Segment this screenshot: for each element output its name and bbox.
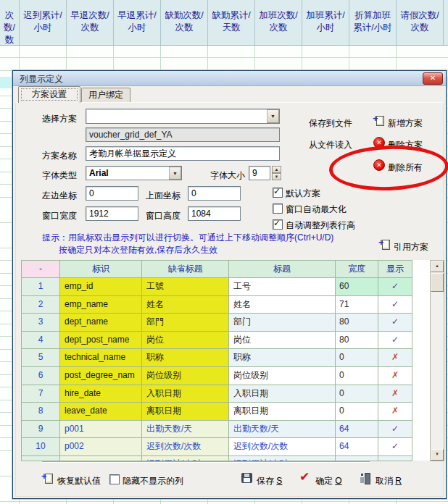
row-width[interactable]: 64 xyxy=(336,438,378,456)
row-title[interactable]: 出勤天数/天 xyxy=(229,421,336,439)
tab-user-binding[interactable]: 用户绑定 xyxy=(81,88,130,103)
cancel-key: R xyxy=(395,476,402,486)
scrollbar-thumb[interactable] xyxy=(431,273,444,292)
select-scheme-label: 选择方案 xyxy=(42,113,77,125)
left-coord-input[interactable] xyxy=(86,186,138,201)
row-display-cell[interactable]: ✓ xyxy=(378,314,412,332)
top-coord-input[interactable] xyxy=(188,186,241,201)
row-width[interactable]: 64 xyxy=(336,421,378,439)
checkbox-hide-columns[interactable] xyxy=(109,474,120,484)
table-vertical-scrollbar[interactable]: ▲ ▼ xyxy=(430,260,444,461)
checkbox-auto-maximize-label: 窗口自动最大化 xyxy=(286,203,347,216)
row-title[interactable]: 离职日期 xyxy=(229,403,336,421)
row-width[interactable]: 71 xyxy=(336,296,378,314)
save-button[interactable]: 保存 S xyxy=(257,475,282,487)
row-default-title: 工號 xyxy=(142,278,229,296)
display-mark-icon: ✓ xyxy=(391,281,399,291)
table-row[interactable]: 6 post_degree_nam 岗位级别 岗位级别 0 ✗ xyxy=(22,367,412,385)
row-title[interactable]: 部门 xyxy=(229,314,336,332)
new-scheme-icon: + xyxy=(373,115,384,126)
hint-line1: 提示：用鼠标双击显示列可以进行切换。可通过上下移动调整顺序(Ctrl+U/D) xyxy=(42,232,333,244)
row-index: 1 xyxy=(22,278,60,296)
table-row[interactable]: 4 dept_post_name 岗位 岗位 80 ✓ xyxy=(22,332,412,350)
col-header-default-title: 缺省标题 xyxy=(142,261,229,278)
row-display-cell[interactable]: ✗ xyxy=(378,403,412,421)
row-display-cell[interactable]: ✓ xyxy=(378,421,412,439)
font-size-spinner[interactable]: ▲▼ xyxy=(272,166,281,180)
col-header-index: - xyxy=(22,261,60,278)
select-scheme-combobox[interactable] xyxy=(86,109,280,124)
read-from-file-button[interactable]: 从文件读入 xyxy=(309,139,352,151)
scroll-down-icon[interactable]: ▼ xyxy=(431,449,444,461)
quote-scheme-button[interactable]: 引用方案 xyxy=(394,241,428,253)
save-to-file-button[interactable]: 保存到文件 xyxy=(309,117,352,130)
table-row[interactable]: 1 emp_id 工號 工号 60 ✓ xyxy=(22,278,412,296)
table-row[interactable]: 9 p001 出勤天数/天 出勤天数/天 64 ✓ xyxy=(22,421,412,439)
left-coord-label: 左边坐标 xyxy=(42,190,77,202)
row-display-cell[interactable]: ✗ xyxy=(378,385,412,403)
row-display-cell[interactable]: ✓ xyxy=(378,278,412,296)
close-button[interactable]: ✕ xyxy=(423,72,443,85)
row-title[interactable]: 岗位 xyxy=(229,332,336,350)
delete-all-button[interactable]: 删除所有 xyxy=(388,161,423,174)
row-title[interactable]: 岗位级别 xyxy=(229,367,336,385)
font-type-combobox[interactable] xyxy=(86,166,182,180)
font-size-label: 字体大小 xyxy=(210,169,245,182)
table-row[interactable]: 10 p002 迟到次数/次数 迟到次数/次数 64 ✓ xyxy=(22,438,412,456)
checkbox-default-scheme[interactable]: ✓ xyxy=(273,188,283,198)
row-display-cell[interactable]: ✓ xyxy=(378,438,412,456)
table-row[interactable]: 2 emp_name 姓名 姓名 71 ✓ xyxy=(22,296,412,314)
row-title[interactable]: 职称 xyxy=(229,349,336,367)
table-row-partial[interactable]: 迟到累计/小时 迟到累计/小时 ✓ xyxy=(22,456,412,461)
row-width[interactable]: 80 xyxy=(336,314,378,332)
new-scheme-button[interactable]: 新增方案 xyxy=(388,117,423,130)
row-display-cell[interactable]: ✗ xyxy=(378,367,412,385)
row-id: emp_name xyxy=(60,296,142,314)
table-row[interactable]: 3 dept_name 部門 部门 80 ✓ xyxy=(22,314,412,332)
delete-scheme-button[interactable]: 删除方案 xyxy=(388,139,423,151)
row-display-cell[interactable]: ✓ xyxy=(378,296,412,314)
cancel-exit-icon xyxy=(360,473,371,484)
scheme-name-input[interactable] xyxy=(86,146,280,161)
row-id: emp_id xyxy=(60,278,142,296)
checkbox-auto-maximize[interactable] xyxy=(273,203,283,214)
window-width-input[interactable] xyxy=(86,206,138,221)
row-width[interactable]: 80 xyxy=(336,332,378,350)
tab-scheme-settings[interactable]: 方案设置 xyxy=(18,86,80,103)
table-row[interactable]: 8 leave_date 离职日期 离职日期 0 ✗ xyxy=(22,403,412,421)
check-icon: ✓ xyxy=(273,186,281,196)
display-mark-icon: ✗ xyxy=(391,406,399,416)
table-row[interactable]: 7 hire_date 入职日期 入职日期 0 ✗ xyxy=(22,385,412,403)
display-mark-icon: ✓ xyxy=(391,299,399,309)
row-title[interactable]: 工号 xyxy=(229,278,336,296)
spinner-up-icon[interactable]: ▲ xyxy=(272,166,281,173)
chevron-down-icon[interactable]: ▼ xyxy=(169,167,181,180)
table-row[interactable]: 5 technical_name 职称 职称 0 ✗ xyxy=(22,349,412,367)
row-display-cell[interactable]: ✓ xyxy=(378,332,412,350)
restore-default-button[interactable]: 恢复默认值 xyxy=(57,475,101,487)
row-title[interactable]: 入职日期 xyxy=(229,385,336,403)
cancel-button[interactable]: 取消 R xyxy=(376,475,402,487)
chevron-down-icon[interactable]: ▼ xyxy=(267,109,279,123)
row-width[interactable]: 0 xyxy=(336,385,378,403)
checkbox-auto-rowheight[interactable]: ✓ xyxy=(273,219,283,230)
row-width[interactable]: 0 xyxy=(336,403,378,421)
dialog-title: 列显示定义 xyxy=(20,73,63,85)
dialog-titlebar[interactable]: 列显示定义 ✕ xyxy=(13,71,446,86)
font-size-input[interactable] xyxy=(249,166,270,180)
row-title[interactable]: 姓名 xyxy=(229,296,336,314)
row-width[interactable]: 60 xyxy=(336,278,378,296)
delete-scheme-icon: ✕ xyxy=(373,137,385,148)
row-width[interactable]: 0 xyxy=(336,349,378,367)
bg-column-header: 请 xyxy=(444,0,448,45)
display-mark-icon: ✗ xyxy=(391,370,399,380)
row-width[interactable]: 0 xyxy=(336,367,378,385)
spinner-down-icon[interactable]: ▼ xyxy=(272,173,281,180)
ok-button[interactable]: 确定 O xyxy=(315,475,342,487)
row-index: 5 xyxy=(22,349,60,367)
row-title[interactable]: 迟到次数/次数 xyxy=(229,438,336,456)
scroll-up-icon[interactable]: ▲ xyxy=(431,261,444,272)
window-height-input[interactable] xyxy=(188,206,241,221)
row-display-cell[interactable]: ✗ xyxy=(378,349,412,367)
font-type-label: 字体类型 xyxy=(42,169,77,182)
